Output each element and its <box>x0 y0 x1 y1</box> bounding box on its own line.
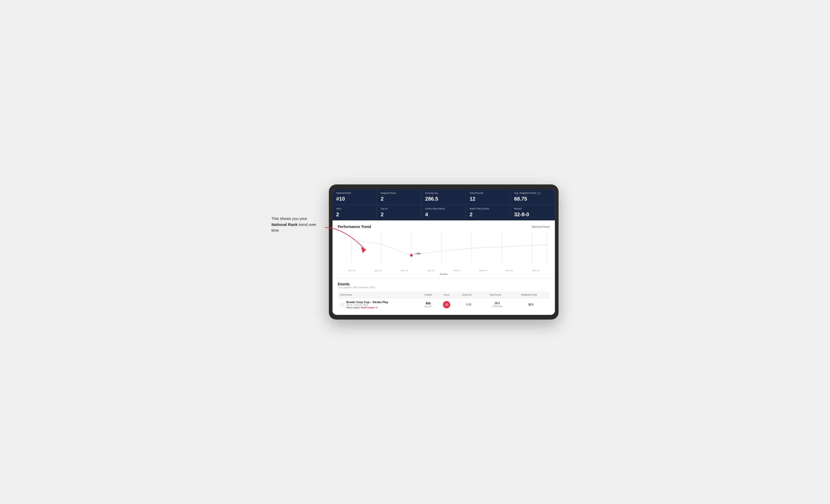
rank-impact[interactable]: Rank Impact: Rank Impact: 3 <box>346 306 388 309</box>
trend-header: Performance Trend National Rank <box>338 225 550 229</box>
x-label-may24: MAY 24 <box>522 269 549 272</box>
x-label-feb24: FEB 24 <box>444 269 470 272</box>
stat-record-label: Record <box>514 207 551 210</box>
stat-avg-weighted-value: 68.75 <box>514 196 551 202</box>
event-score-badge: -22 <box>443 301 450 308</box>
stat-regional-rank: Regional Rank 2 <box>377 189 421 205</box>
col-weighted-points: Weighted Points i <box>512 292 549 298</box>
event-total-points-rounds: 3 Rounds <box>492 305 503 308</box>
stats-bar: National Rank #10 Regional Rank 2 Scorin… <box>332 189 555 205</box>
stat-record-value: 32-8-0 <box>514 211 551 217</box>
events-title: Events <box>338 282 550 286</box>
col-event-sg: Event SG i <box>455 292 482 298</box>
rank-impact-value: Rank Impact: 3 <box>361 306 378 309</box>
stat-wins-value: 2 <box>336 211 373 217</box>
avg-weighted-info-icon[interactable]: i <box>538 192 540 195</box>
event-date: Oct 9 – Oct 10, 2023 <box>346 304 388 306</box>
event-sg-info-icon[interactable]: i <box>473 294 476 296</box>
stat-wins: Wins 2 <box>332 205 377 221</box>
stat-national-rank-label: National Rank <box>336 192 373 195</box>
stat-national-rank-value: #10 <box>336 196 373 202</box>
tablet-frame: National Rank #10 Regional Rank 2 Scorin… <box>329 184 558 319</box>
annotation-before: This shows you your <box>272 216 307 221</box>
tablet-screen: National Rank #10 Regional Rank 2 Scorin… <box>332 189 555 314</box>
stat-match-play: Match Play Events 2 <box>466 205 510 221</box>
stat-match-play-value: 2 <box>470 211 506 217</box>
weighted-points-info-icon[interactable]: i <box>538 294 541 296</box>
chart-x-labels: OCT 23 NOV 23 DEC 23 JAN 24 FEB 24 MAR 2… <box>338 269 550 272</box>
event-info: Buster Cozy Cup – Stroke Play Oct 9 – Oc… <box>346 301 388 309</box>
events-section: Events Last updated: 24th November 2023 … <box>332 278 555 315</box>
stat-national-rank: National Rank #10 <box>332 189 377 205</box>
event-position: 6th <box>421 301 435 305</box>
col-total-points: Total Points i <box>482 292 512 298</box>
stat-total-rounds-label: Total Rounds <box>470 192 506 195</box>
stat-record: Record 32-8-0 <box>511 205 555 221</box>
stat-scoring-avg-label: Scoring Avg. <box>425 192 462 195</box>
col-score: Score <box>438 292 455 298</box>
stat-wins-label: Wins <box>336 207 373 210</box>
event-name: Buster Cozy Cup – Stroke Play <box>346 301 388 304</box>
col-position: Position <box>419 292 438 298</box>
x-label-mar24: MAR 24 <box>470 269 497 272</box>
events-table: Event Name Position Score Event SG i Tot… <box>338 292 550 311</box>
stat-match-play-label: Match Play Events <box>470 207 506 210</box>
stat-scoring-avg-value: 286.5 <box>425 196 462 202</box>
trend-label: National Rank <box>532 225 550 228</box>
trend-title: Performance Trend <box>338 225 371 229</box>
scene: This shows you your National Rank trend … <box>272 184 558 319</box>
col-event-name: Event Name <box>338 292 419 298</box>
stat-avg-weighted-points: Avg. Weighted Points i 68.75 <box>511 189 555 205</box>
stat-stroke-play-label: Stroke Play Events <box>425 207 462 210</box>
table-row: ⛳ Buster Cozy Cup – Stroke Play Oct 9 – … <box>338 298 550 311</box>
event-total-points: 28.3 <box>484 302 510 305</box>
chart-rank-label: • #10 <box>415 252 420 255</box>
event-sg-cell: 0.45 <box>455 298 482 311</box>
x-label-dec23: DEC 23 <box>391 269 418 272</box>
stat-stroke-play-value: 4 <box>425 211 462 217</box>
stat-scoring-avg: Scoring Avg. 286.5 <box>421 189 466 205</box>
stats-bar-row2: Wins 2 Top 3s 2 Stroke Play Events 4 Mat… <box>332 205 555 221</box>
events-updated: Last updated: 24th November 2023 <box>338 286 550 289</box>
x-label-nov23: NOV 23 <box>365 269 391 272</box>
annotation-text: This shows you your National Rank trend … <box>272 216 324 233</box>
chart-svg: • #10 <box>338 231 550 268</box>
chart-data-point <box>410 254 413 257</box>
total-points-info-icon[interactable]: i <box>502 294 505 296</box>
event-position-sub: out of 7 <box>421 305 435 308</box>
stat-total-rounds: Total Rounds 12 <box>466 189 510 205</box>
event-score-cell: -22 <box>438 298 455 311</box>
stat-top3s: Top 3s 2 <box>377 205 421 221</box>
performance-trend-section: Performance Trend National Rank <box>332 221 555 278</box>
stat-stroke-play: Stroke Play Events 4 <box>421 205 466 221</box>
stat-regional-rank-label: Regional Rank <box>381 192 417 195</box>
event-weighted-points-cell: 28.3 <box>512 298 549 311</box>
x-label-apr24: APR 24 <box>496 269 522 272</box>
table-header-row: Event Name Position Score Event SG i Tot… <box>338 292 550 298</box>
event-total-points-cell: 28.3 3 Rounds <box>482 298 512 311</box>
event-name-cell: ⛳ Buster Cozy Cup – Stroke Play Oct 9 – … <box>338 298 419 311</box>
stat-total-rounds-value: 12 <box>470 196 506 202</box>
stat-regional-rank-value: 2 <box>381 196 417 202</box>
event-position-cell: 6th out of 7 <box>419 298 438 311</box>
annotation-bold: National Rank <box>272 222 297 227</box>
stat-avg-weighted-label: Avg. Weighted Points i <box>514 192 551 195</box>
stat-top3s-value: 2 <box>381 211 417 217</box>
chart-x-title: Months <box>338 273 550 275</box>
event-weighted-points: 28.3 <box>528 303 533 306</box>
stat-top3s-label: Top 3s <box>381 207 417 210</box>
event-icon: ⛳ <box>340 302 345 307</box>
x-label-jan24: JAN 24 <box>418 269 444 272</box>
chart-container: • #10 <box>338 231 550 268</box>
x-label-oct23: OCT 23 <box>339 269 365 272</box>
svg-rect-9 <box>340 303 345 307</box>
